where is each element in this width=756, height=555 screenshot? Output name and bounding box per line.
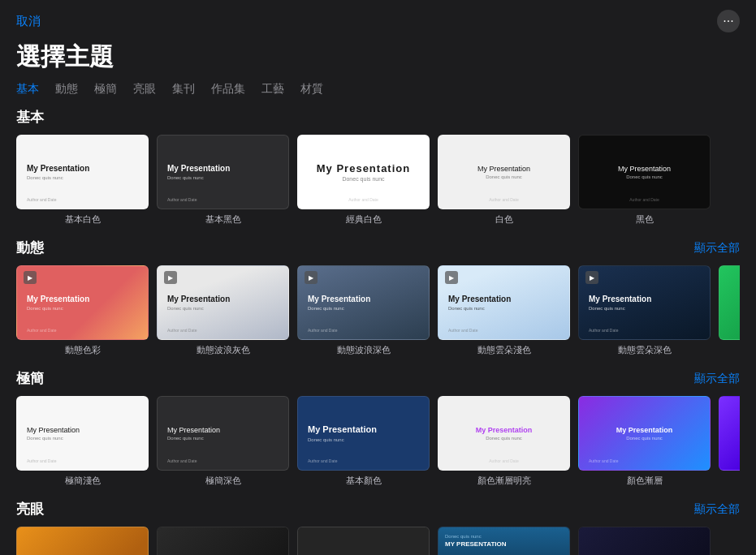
card-motion-colorful[interactable]: ▶ My Presentation Donec quis nunc Author… — [16, 265, 149, 356]
thumb-title: My Presentation — [167, 164, 279, 174]
thumb-title: My Presentation — [27, 426, 138, 435]
thumb-subtitle: Donec quis nunc — [27, 306, 138, 311]
thumb-subtitle: Donec quis nunc — [486, 436, 522, 441]
basic-section: 基本 My Presentation Donec quis nunc Autho… — [0, 108, 756, 239]
card-label-minimal-light: 極簡淺色 — [65, 475, 101, 487]
vivid-cards-row: MYPRESENTATION MYPRESENTATION Donec quis… — [16, 527, 740, 555]
motion-show-all[interactable]: 顯示全部 — [694, 241, 740, 256]
thumb-subtitle: Donec quis nunc — [167, 306, 279, 311]
cat-portfolio[interactable]: 作品集 — [211, 82, 245, 97]
thumb-subtitle: Donec quis nunc — [167, 436, 279, 441]
card-label-motion-colorful: 動態色彩 — [65, 344, 101, 356]
thumb-author: Author and Date — [489, 197, 518, 202]
card-minimal-dark[interactable]: My Presentation Donec quis nunc Author a… — [157, 396, 289, 487]
minimal-section-header: 極簡 顯示全部 — [16, 369, 740, 388]
thumb-author: Author and Date — [308, 458, 337, 463]
cat-motion[interactable]: 動態 — [55, 82, 78, 97]
thumb-minimal-dark: My Presentation Donec quis nunc Author a… — [157, 396, 289, 471]
thumb-subtitle: Donec quis nunc — [342, 176, 384, 182]
thumb-classic-white: My Presentation Donec quis nunc Author a… — [297, 135, 430, 209]
card-vivid-5[interactable]: Donec quis nunc MY PRESENTATION — [578, 527, 711, 555]
more-button[interactable]: ··· — [717, 10, 740, 32]
vivid-section-header: 亮眼 顯示全部 — [16, 500, 740, 518]
thumb-author: Author and Date — [308, 328, 337, 333]
card-vivid-2[interactable]: MYPRESENTATION — [157, 527, 289, 555]
card-label-motion-wave-dark: 動態波浪深色 — [337, 344, 391, 356]
card-white[interactable]: My Presentation Donec quis nunc Author a… — [438, 135, 570, 226]
card-label-minimal-primary: 基本顏色 — [346, 475, 382, 487]
cat-collection[interactable]: 集刊 — [172, 82, 195, 97]
card-label-basic-white: 基本白色 — [65, 213, 101, 226]
thumb-title: My Presentation — [308, 295, 419, 304]
minimal-section: 極簡 顯示全部 My Presentation Donec quis nunc … — [0, 369, 756, 500]
card-basic-dark[interactable]: My Presentation Donec quis nunc Author a… — [157, 135, 289, 226]
thumb-minimal-partial — [719, 396, 740, 471]
card-minimal-primary[interactable]: My Presentation Donec quis nunc Author a… — [297, 396, 430, 487]
motion-cards-row: ▶ My Presentation Donec quis nunc Author… — [16, 265, 740, 356]
card-color-gradient-light[interactable]: My Presentation Donec quis nunc Author a… — [438, 396, 570, 487]
motion-section-header: 動態 顯示全部 — [16, 239, 740, 257]
card-minimal-partial[interactable] — [719, 396, 740, 487]
card-vivid-3[interactable]: Donec quis nunc MY PRESENTATION — [297, 527, 430, 555]
card-motion-wave-gray[interactable]: ▶ My Presentation Donec quis nunc Author… — [157, 265, 289, 356]
card-motion-wave-dark[interactable]: ▶ My Presentation Donec quis nunc Author… — [297, 265, 430, 356]
thumb-author: Author and Date — [629, 197, 659, 202]
card-color-gradient[interactable]: My Presentation Donec quis nunc Author a… — [578, 396, 711, 487]
thumb-vivid-2: MYPRESENTATION — [157, 527, 289, 555]
thumb-black: My Presentation Donec quis nunc Author a… — [578, 135, 711, 209]
thumb-subtitle: Donec quis nunc — [27, 175, 138, 180]
thumb-subtitle: Donec quis nunc — [626, 436, 663, 441]
card-motion-cloud-light[interactable]: ▶ My Presentation Donec quis nunc Author… — [438, 265, 570, 356]
cancel-button[interactable]: 取消 — [16, 14, 41, 29]
cat-basic[interactable]: 基本 — [16, 82, 39, 97]
card-vivid-1[interactable]: MYPRESENTATION — [16, 527, 149, 555]
thumb-motion-cloud-light: ▶ My Presentation Donec quis nunc Author… — [438, 265, 570, 340]
card-classic-white[interactable]: My Presentation Donec quis nunc Author a… — [297, 135, 430, 226]
cat-material[interactable]: 材質 — [300, 82, 323, 97]
thumb-author: Author and Date — [167, 328, 197, 333]
thumb-title: My Presentation — [589, 295, 700, 304]
thumb-author: Author and Date — [348, 197, 378, 202]
card-vivid-4[interactable]: Donec quis nunc MY PRESENTATION — [438, 527, 570, 555]
thumb-title: My Presentation — [477, 165, 530, 174]
thumb-author: Author and Date — [589, 328, 618, 333]
page-title: 選擇主題 — [0, 36, 756, 82]
thumb-author: Author and Date — [167, 458, 197, 463]
thumb-subtitle: Donec quis nunc — [448, 306, 559, 311]
thumb-title: My Presentation — [167, 295, 279, 304]
cat-vivid[interactable]: 亮眼 — [133, 82, 156, 97]
card-black[interactable]: My Presentation Donec quis nunc Author a… — [578, 135, 711, 226]
thumb-title: My Presentation — [167, 426, 279, 435]
thumb-author: Author and Date — [489, 458, 518, 463]
thumb-author: Author and Date — [589, 458, 618, 463]
thumb-author: Author and Date — [27, 197, 56, 202]
thumb-subtitle: Donec quis nunc — [308, 306, 419, 311]
thumb-title: My Presentation — [616, 426, 673, 435]
vivid-section-title: 亮眼 — [16, 500, 44, 518]
thumb-title: My Presentation — [448, 295, 559, 304]
card-label-basic-dark: 基本黑色 — [205, 213, 241, 226]
thumb-minimal-light: My Presentation Donec quis nunc Author a… — [16, 396, 149, 471]
minimal-show-all[interactable]: 顯示全部 — [694, 372, 740, 386]
vivid-section: 亮眼 顯示全部 MYPRESENTATION MYPRESENTATION — [0, 500, 756, 555]
vivid-show-all[interactable]: 顯示全部 — [694, 502, 740, 517]
thumb-title: My Presentation — [308, 424, 419, 435]
card-motion-partial[interactable] — [719, 265, 740, 356]
cat-craft[interactable]: 工藝 — [261, 82, 284, 97]
card-label-motion-cloud-light: 動態雲朵淺色 — [477, 344, 531, 356]
card-minimal-light[interactable]: My Presentation Donec quis nunc Author a… — [16, 396, 149, 487]
more-icon: ··· — [723, 14, 733, 28]
thumb-author: Author and Date — [167, 197, 197, 202]
cat-minimal[interactable]: 極簡 — [94, 82, 117, 97]
thumb-title: My Presentation — [27, 164, 138, 174]
motion-section: 動態 顯示全部 ▶ My Presentation Donec quis nun… — [0, 239, 756, 369]
thumb-subtitle: Donec quis nunc — [27, 436, 138, 441]
card-motion-cloud-dark[interactable]: ▶ My Presentation Donec quis nunc Author… — [578, 265, 711, 356]
thumb-color-gradient: My Presentation Donec quis nunc Author a… — [578, 396, 711, 471]
thumb-author: Author and Date — [27, 328, 56, 333]
thumb-vivid-4: Donec quis nunc MY PRESENTATION — [438, 527, 570, 555]
card-basic-white[interactable]: My Presentation Donec quis nunc Author a… — [16, 135, 149, 226]
thumb-motion-wave-gray: ▶ My Presentation Donec quis nunc Author… — [157, 265, 289, 340]
thumb-title: My Presentation — [27, 295, 138, 304]
thumb-motion-wave-dark: ▶ My Presentation Donec quis nunc Author… — [297, 265, 430, 340]
